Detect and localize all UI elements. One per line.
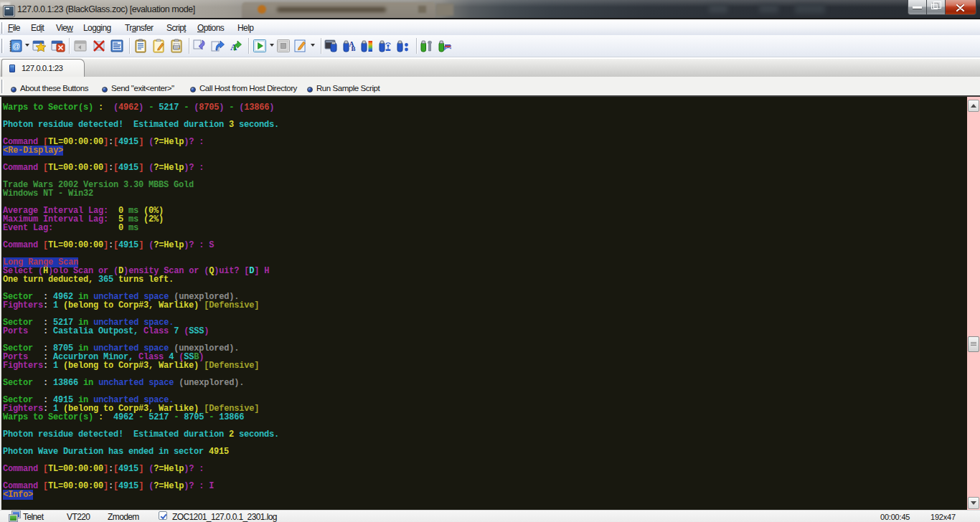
svg-text:@: @ — [12, 42, 20, 50]
svg-text:B: B — [352, 45, 356, 52]
